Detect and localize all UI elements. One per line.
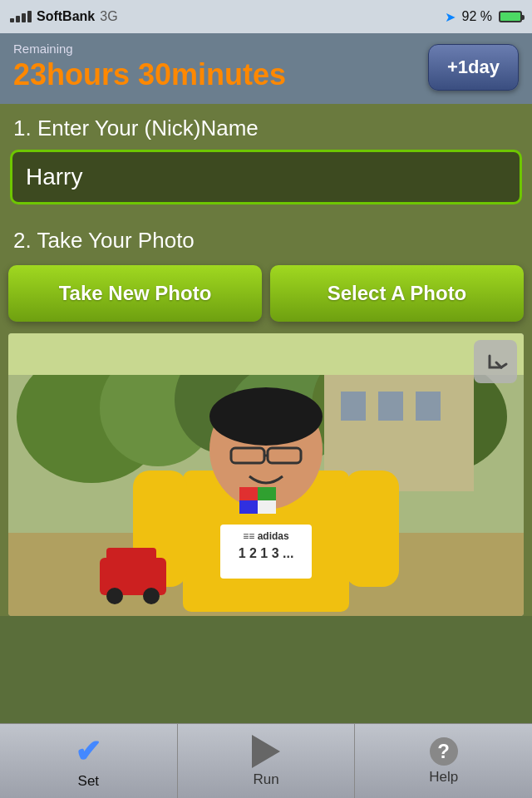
photo-image: ≡≡ adidas 1 2 1 3 ... (8, 333, 524, 616)
help-icon: ? (430, 737, 458, 766)
section1-label: 1. Enter Your (Nick)Name (0, 104, 532, 150)
tab-set-label: Set (78, 773, 100, 790)
svg-point-30 (106, 588, 123, 604)
battery-icon (499, 11, 522, 22)
rotate-icon (483, 349, 508, 374)
main-content: 1. Enter Your (Nick)Name 2. Take Your Ph… (0, 104, 532, 616)
status-bar: SoftBank 3G ➤ 92 % (0, 0, 532, 33)
network-type: 3G (100, 9, 117, 24)
svg-rect-20 (258, 487, 276, 500)
tab-bar: ✔ Set Run ? Help (0, 723, 532, 798)
section2-label: 2. Take Your Photo (0, 216, 532, 262)
svg-text:≡≡ adidas: ≡≡ adidas (243, 530, 289, 542)
tab-set[interactable]: ✔ Set (0, 724, 178, 798)
svg-rect-7 (8, 333, 524, 375)
svg-rect-10 (378, 392, 403, 421)
svg-rect-21 (239, 500, 258, 514)
rotate-button[interactable] (474, 340, 517, 383)
play-icon (252, 735, 280, 768)
plus-day-button[interactable]: +1day (428, 44, 519, 91)
location-icon: ➤ (445, 9, 456, 25)
svg-text:1 2 1 3 ...: 1 2 1 3 ... (239, 546, 294, 560)
svg-point-15 (209, 387, 323, 446)
select-photo-button[interactable]: Select A Photo (270, 265, 524, 322)
checkmark-icon: ✔ (75, 733, 101, 770)
countdown-timer: 23hours 30minutes (13, 57, 286, 92)
carrier-name: SoftBank (37, 9, 95, 24)
svg-rect-9 (341, 392, 366, 421)
name-input-wrap (0, 150, 532, 216)
header: Remaining 23hours 30minutes +1day (0, 33, 532, 104)
svg-rect-27 (345, 470, 399, 587)
svg-rect-19 (239, 487, 258, 500)
svg-rect-11 (416, 392, 441, 421)
nickname-input[interactable] (10, 150, 522, 204)
signal-bars (10, 11, 32, 22)
tab-run-label: Run (253, 771, 278, 788)
photo-buttons: Take New Photo Select A Photo (0, 262, 532, 333)
photo-area: ≡≡ adidas 1 2 1 3 ... (8, 333, 524, 616)
tab-run[interactable]: Run (178, 724, 356, 798)
svg-point-31 (143, 588, 160, 604)
remaining-label: Remaining (13, 42, 286, 56)
tab-help[interactable]: ? Help (355, 724, 532, 798)
take-new-photo-button[interactable]: Take New Photo (8, 265, 262, 322)
svg-rect-22 (258, 500, 276, 514)
battery-percentage: 92 % (462, 9, 492, 24)
tab-help-label: Help (429, 769, 458, 786)
svg-rect-29 (106, 548, 156, 564)
